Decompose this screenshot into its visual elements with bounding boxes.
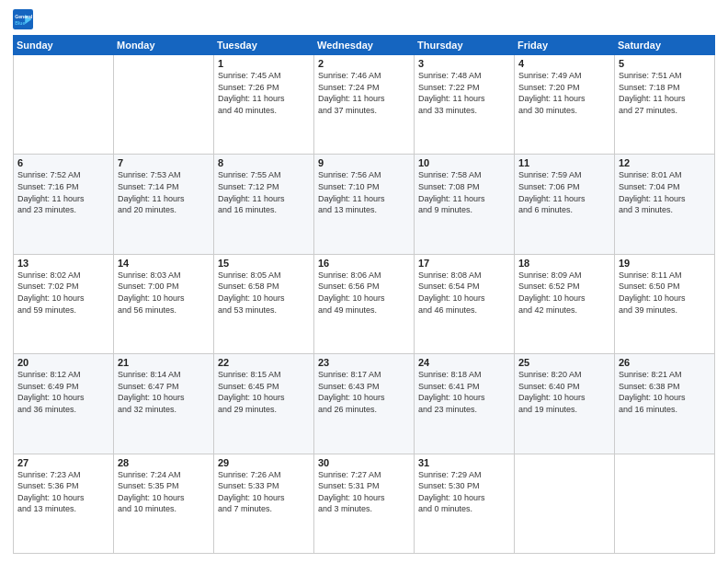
day-info: Sunrise: 8:15 AM Sunset: 6:45 PM Dayligh… xyxy=(218,369,310,415)
day-number: 25 xyxy=(518,357,610,368)
calendar-cell: 8Sunrise: 7:55 AM Sunset: 7:12 PM Daylig… xyxy=(214,155,314,254)
calendar-cell: 5Sunrise: 7:51 AM Sunset: 7:18 PM Daylig… xyxy=(615,55,715,155)
calendar-cell: 2Sunrise: 7:46 AM Sunset: 7:24 PM Daylig… xyxy=(314,55,415,155)
calendar-cell: 28Sunrise: 7:24 AM Sunset: 5:35 PM Dayli… xyxy=(114,454,214,553)
calendar-cell: 31Sunrise: 7:29 AM Sunset: 5:30 PM Dayli… xyxy=(415,454,515,553)
logo: General Blue xyxy=(13,9,35,29)
day-info: Sunrise: 8:17 AM Sunset: 6:43 PM Dayligh… xyxy=(318,369,410,415)
day-info: Sunrise: 8:08 AM Sunset: 6:54 PM Dayligh… xyxy=(418,270,510,316)
logo-icon: General Blue xyxy=(13,9,33,29)
day-number: 28 xyxy=(118,457,210,468)
calendar-cell: 30Sunrise: 7:27 AM Sunset: 5:31 PM Dayli… xyxy=(314,454,415,553)
weekday-header-friday: Friday xyxy=(515,36,615,55)
calendar-week-3: 13Sunrise: 8:02 AM Sunset: 7:02 PM Dayli… xyxy=(14,254,715,353)
day-number: 16 xyxy=(318,258,410,269)
day-info: Sunrise: 7:26 AM Sunset: 5:33 PM Dayligh… xyxy=(218,469,310,515)
day-info: Sunrise: 7:48 AM Sunset: 7:22 PM Dayligh… xyxy=(418,70,510,116)
day-number: 2 xyxy=(318,58,410,69)
calendar-cell: 13Sunrise: 8:02 AM Sunset: 7:02 PM Dayli… xyxy=(14,254,114,353)
day-info: Sunrise: 7:29 AM Sunset: 5:30 PM Dayligh… xyxy=(418,469,510,515)
day-info: Sunrise: 7:52 AM Sunset: 7:16 PM Dayligh… xyxy=(17,169,109,215)
day-info: Sunrise: 7:51 AM Sunset: 7:18 PM Dayligh… xyxy=(619,70,711,116)
day-info: Sunrise: 8:06 AM Sunset: 6:56 PM Dayligh… xyxy=(318,270,410,316)
calendar-cell: 20Sunrise: 8:12 AM Sunset: 6:49 PM Dayli… xyxy=(14,354,114,454)
calendar-cell: 10Sunrise: 7:58 AM Sunset: 7:08 PM Dayli… xyxy=(415,155,515,254)
calendar-cell: 16Sunrise: 8:06 AM Sunset: 6:56 PM Dayli… xyxy=(314,254,415,353)
day-number: 8 xyxy=(218,157,310,168)
day-info: Sunrise: 7:24 AM Sunset: 5:35 PM Dayligh… xyxy=(118,469,210,515)
day-number: 24 xyxy=(418,357,510,368)
day-info: Sunrise: 7:27 AM Sunset: 5:31 PM Dayligh… xyxy=(318,469,410,515)
calendar-cell: 15Sunrise: 8:05 AM Sunset: 6:58 PM Dayli… xyxy=(214,254,314,353)
calendar-cell: 4Sunrise: 7:49 AM Sunset: 7:20 PM Daylig… xyxy=(515,55,615,155)
day-number: 9 xyxy=(318,157,410,168)
day-number: 30 xyxy=(318,457,410,468)
day-number: 4 xyxy=(518,58,610,69)
weekday-header-wednesday: Wednesday xyxy=(314,36,415,55)
calendar-cell: 23Sunrise: 8:17 AM Sunset: 6:43 PM Dayli… xyxy=(314,354,415,454)
day-info: Sunrise: 8:02 AM Sunset: 7:02 PM Dayligh… xyxy=(17,270,109,316)
day-number: 17 xyxy=(418,258,510,269)
weekday-header-thursday: Thursday xyxy=(415,36,515,55)
calendar-cell: 27Sunrise: 7:23 AM Sunset: 5:36 PM Dayli… xyxy=(14,454,114,553)
calendar-cell xyxy=(515,454,615,553)
svg-text:Blue: Blue xyxy=(15,20,25,26)
day-info: Sunrise: 7:53 AM Sunset: 7:14 PM Dayligh… xyxy=(118,169,210,215)
day-number: 20 xyxy=(17,357,109,368)
weekday-header-saturday: Saturday xyxy=(615,36,715,55)
day-info: Sunrise: 8:03 AM Sunset: 7:00 PM Dayligh… xyxy=(118,270,210,316)
day-info: Sunrise: 8:20 AM Sunset: 6:40 PM Dayligh… xyxy=(518,369,610,415)
day-info: Sunrise: 8:21 AM Sunset: 6:38 PM Dayligh… xyxy=(619,369,711,415)
calendar-cell: 18Sunrise: 8:09 AM Sunset: 6:52 PM Dayli… xyxy=(515,254,615,353)
day-number: 18 xyxy=(518,258,610,269)
calendar-cell xyxy=(615,454,715,553)
calendar-cell: 21Sunrise: 8:14 AM Sunset: 6:47 PM Dayli… xyxy=(114,354,214,454)
calendar-cell: 19Sunrise: 8:11 AM Sunset: 6:50 PM Dayli… xyxy=(615,254,715,353)
day-number: 14 xyxy=(118,258,210,269)
day-info: Sunrise: 7:46 AM Sunset: 7:24 PM Dayligh… xyxy=(318,70,410,116)
day-number: 22 xyxy=(218,357,310,368)
day-info: Sunrise: 8:05 AM Sunset: 6:58 PM Dayligh… xyxy=(218,270,310,316)
calendar-cell: 12Sunrise: 8:01 AM Sunset: 7:04 PM Dayli… xyxy=(615,155,715,254)
day-number: 31 xyxy=(418,457,510,468)
calendar-cell: 14Sunrise: 8:03 AM Sunset: 7:00 PM Dayli… xyxy=(114,254,214,353)
day-number: 12 xyxy=(619,157,711,168)
weekday-header-sunday: Sunday xyxy=(14,36,114,55)
day-number: 29 xyxy=(218,457,310,468)
calendar-cell: 25Sunrise: 8:20 AM Sunset: 6:40 PM Dayli… xyxy=(515,354,615,454)
header: General Blue xyxy=(13,9,715,29)
calendar-cell: 9Sunrise: 7:56 AM Sunset: 7:10 PM Daylig… xyxy=(314,155,415,254)
calendar-cell: 17Sunrise: 8:08 AM Sunset: 6:54 PM Dayli… xyxy=(415,254,515,353)
weekday-header-row: SundayMondayTuesdayWednesdayThursdayFrid… xyxy=(14,36,715,55)
day-number: 19 xyxy=(619,258,711,269)
calendar-week-1: 1Sunrise: 7:45 AM Sunset: 7:26 PM Daylig… xyxy=(14,55,715,155)
day-number: 27 xyxy=(17,457,109,468)
day-info: Sunrise: 7:55 AM Sunset: 7:12 PM Dayligh… xyxy=(218,169,310,215)
day-info: Sunrise: 8:09 AM Sunset: 6:52 PM Dayligh… xyxy=(518,270,610,316)
day-number: 26 xyxy=(619,357,711,368)
day-number: 10 xyxy=(418,157,510,168)
weekday-header-monday: Monday xyxy=(114,36,214,55)
day-info: Sunrise: 8:18 AM Sunset: 6:41 PM Dayligh… xyxy=(418,369,510,415)
calendar-cell: 6Sunrise: 7:52 AM Sunset: 7:16 PM Daylig… xyxy=(14,155,114,254)
day-number: 13 xyxy=(17,258,109,269)
page: General Blue SundayMondayTuesdayWednesda… xyxy=(0,0,728,563)
calendar-cell: 1Sunrise: 7:45 AM Sunset: 7:26 PM Daylig… xyxy=(214,55,314,155)
day-number: 7 xyxy=(118,157,210,168)
day-number: 21 xyxy=(118,357,210,368)
calendar-cell: 11Sunrise: 7:59 AM Sunset: 7:06 PM Dayli… xyxy=(515,155,615,254)
calendar-cell xyxy=(114,55,214,155)
day-info: Sunrise: 7:45 AM Sunset: 7:26 PM Dayligh… xyxy=(218,70,310,116)
calendar-cell: 7Sunrise: 7:53 AM Sunset: 7:14 PM Daylig… xyxy=(114,155,214,254)
day-number: 23 xyxy=(318,357,410,368)
day-info: Sunrise: 7:59 AM Sunset: 7:06 PM Dayligh… xyxy=(518,169,610,215)
calendar-cell: 22Sunrise: 8:15 AM Sunset: 6:45 PM Dayli… xyxy=(214,354,314,454)
day-info: Sunrise: 7:23 AM Sunset: 5:36 PM Dayligh… xyxy=(17,469,109,515)
day-info: Sunrise: 8:14 AM Sunset: 6:47 PM Dayligh… xyxy=(118,369,210,415)
svg-text:General: General xyxy=(15,14,33,19)
day-number: 1 xyxy=(218,58,310,69)
day-number: 15 xyxy=(218,258,310,269)
day-info: Sunrise: 7:56 AM Sunset: 7:10 PM Dayligh… xyxy=(318,169,410,215)
day-info: Sunrise: 7:49 AM Sunset: 7:20 PM Dayligh… xyxy=(518,70,610,116)
day-info: Sunrise: 8:01 AM Sunset: 7:04 PM Dayligh… xyxy=(619,169,711,215)
